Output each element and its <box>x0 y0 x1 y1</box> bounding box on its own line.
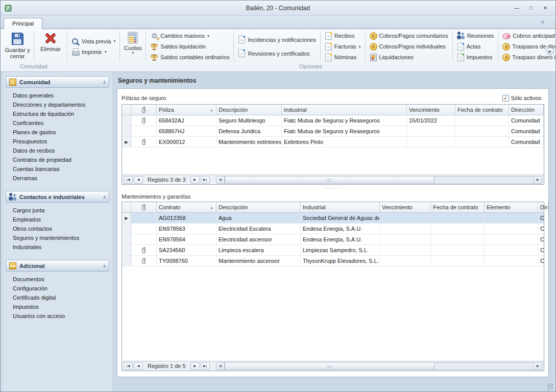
resize-grip[interactable] <box>547 383 553 389</box>
header-attachment[interactable] <box>131 105 157 115</box>
sidebar-item[interactable]: Datos de recibos <box>6 146 109 155</box>
sidebar-item[interactable]: Estructura de liquidación <box>6 109 109 118</box>
grid-splitter[interactable]: ····· <box>122 185 544 191</box>
payroll-button[interactable]: Nóminas <box>323 53 362 62</box>
mantenimientos-row[interactable]: ▶ TY0098760 Mantenimiento ascensor Thyss… <box>122 256 544 266</box>
last-record-button[interactable]: ▶| <box>201 176 210 184</box>
incidents-button[interactable]: Incidencias y notificaciones <box>236 35 317 44</box>
advance-collections-button[interactable]: Cobros anticipad <box>501 31 555 41</box>
solo-activos-checkbox[interactable]: ✓ Sólo activos <box>502 95 541 102</box>
prev-record-button[interactable]: ◀ <box>134 362 143 370</box>
scroll-right-icon[interactable]: ▶ <box>534 363 542 370</box>
header-industrial[interactable]: Industrial <box>282 105 407 115</box>
sidebar-section-comunidad[interactable]: Comunidad ∧ <box>6 76 109 88</box>
sidebar-item[interactable]: Impuestos <box>6 302 109 311</box>
sidebar-item[interactable]: Cargos junta <box>6 206 109 215</box>
horizontal-scrollbar[interactable]: ◀ ||| ▶ <box>216 176 542 184</box>
header-elemento[interactable]: Elemento <box>485 202 538 212</box>
print-button[interactable]: Imprimir ▾ <box>70 47 117 57</box>
sidebar-section-contactos[interactable]: Contactos e industriales ∧ <box>6 191 109 203</box>
sidebar-item[interactable]: Coeficientes <box>6 118 109 128</box>
header-industrial[interactable]: Industrial <box>301 202 380 212</box>
header-direccion[interactable]: Dirección <box>509 105 544 115</box>
mantenimientos-row[interactable]: ▶ EN978563 Electricidad Escalera Endesa … <box>122 224 544 234</box>
horizontal-scrollbar[interactable]: ◀ ||| ▶ <box>216 362 542 370</box>
sidebar-item[interactable]: Empleados <box>6 215 109 224</box>
header-vencimiento[interactable]: Vencimiento <box>380 202 431 212</box>
scroll-right-icon[interactable]: ▶ <box>534 177 542 183</box>
collapse-icon[interactable]: ∧ <box>103 80 106 85</box>
individual-payments-button[interactable]: Cobros/Pagos individuales <box>368 42 450 52</box>
sidebar-item[interactable]: Usuarios con acceso <box>6 311 109 321</box>
sidebar-item[interactable]: Cuentas bancarias <box>6 164 109 174</box>
massive-changes-icon <box>150 32 158 40</box>
sidebar-item[interactable]: Derramas <box>6 174 109 183</box>
scroll-left-icon[interactable]: ◀ <box>216 177 225 183</box>
header-selector[interactable] <box>122 105 131 115</box>
sidebar-item[interactable]: Certificado digital <box>6 293 109 302</box>
sidebar-item[interactable]: Presupuestos <box>6 137 109 146</box>
ordinary-balances-button[interactable]: Saldos contables ordinarios <box>149 53 231 62</box>
sidebar-item[interactable]: Configuración <box>6 284 109 293</box>
header-vencimiento[interactable]: Vencimiento <box>407 105 455 115</box>
polizas-row[interactable]: ▶ 658867HJ Defensa Juridica Fiatc Mutua … <box>122 126 544 137</box>
sidebar-item[interactable]: Seguros y mantenimientos <box>6 233 109 242</box>
minimize-button[interactable]: — <box>511 4 523 12</box>
sidebar-section-adicional[interactable]: Adicional ∧ <box>6 260 109 272</box>
first-record-button[interactable]: |◀ <box>124 362 133 370</box>
header-descripcion[interactable]: Descripción <box>216 202 301 212</box>
community-payments-button[interactable]: Cobros/Pagos comunitarios <box>368 31 450 41</box>
first-record-button[interactable]: |◀ <box>124 176 133 184</box>
minutes-button[interactable]: Actas <box>455 42 496 52</box>
ribbon-overflow-button[interactable]: ▶ <box>546 47 554 55</box>
preview-button[interactable]: Vista previa ▾ <box>70 36 117 46</box>
sidebar-item[interactable]: Direcciones y departamentos <box>6 100 109 109</box>
polizas-row[interactable]: ▶ 658432AJ Seguro Multiriesgo Fiatc Mutu… <box>122 115 544 126</box>
header-fecha-contrato[interactable]: Fecha de contrato <box>431 202 485 212</box>
scroll-track[interactable]: ||| <box>225 177 534 183</box>
scroll-thumb[interactable]: ||| <box>225 363 435 370</box>
header-selector[interactable] <box>122 202 131 212</box>
mantenimientos-row[interactable]: ▶ AG012358 Agua Sociedad General de Agua… <box>122 213 544 224</box>
revisions-button[interactable]: Revisiones y certificados <box>236 48 317 58</box>
settlement-balances-button[interactable]: Saldos liquidación <box>149 42 231 52</box>
delete-button[interactable]: Eliminar <box>36 30 65 63</box>
scroll-left-icon[interactable]: ◀ <box>216 363 225 370</box>
massive-changes-button[interactable]: Cambios masivos ▾ <box>149 31 231 41</box>
sidebar-item[interactable]: Planes de gastos <box>6 128 109 137</box>
restore-button[interactable]: □ <box>525 4 537 12</box>
mantenimientos-row[interactable]: ▶ EN978564 Electricidad ascensor Endesa … <box>122 234 544 245</box>
cuotas-button[interactable]: Cuotas ▾ <box>122 30 144 63</box>
sidebar-item[interactable]: Datos generales <box>6 91 109 100</box>
tab-principal[interactable]: Principal <box>4 18 42 29</box>
scroll-track[interactable]: ||| <box>225 363 534 370</box>
ribbon-collapse-icon[interactable]: ∧ <box>541 19 544 24</box>
header-attachment[interactable] <box>131 202 157 212</box>
collapse-icon[interactable]: ∧ <box>103 194 106 200</box>
sidebar-item[interactable]: Otros contactos <box>6 224 109 233</box>
collapse-icon[interactable]: ∧ <box>103 263 106 268</box>
scroll-thumb[interactable]: ||| <box>225 177 435 183</box>
header-contrato[interactable]: Contrato▲ <box>157 202 216 212</box>
meetings-button[interactable]: Reuniones <box>455 31 496 41</box>
next-record-button[interactable]: ▶ <box>190 176 200 184</box>
cell-vencimiento <box>380 224 431 234</box>
settlements-button[interactable]: Liquidaciones <box>368 53 450 62</box>
sidebar-item[interactable]: Industriales <box>6 242 109 252</box>
sidebar-item[interactable]: Contratos de propiedad <box>6 155 109 164</box>
sidebar-item[interactable]: Documentos <box>6 275 109 284</box>
mantenimientos-row[interactable]: ▶ SA234560 Limpieza escalera Limpiezas S… <box>122 245 544 256</box>
close-button[interactable]: ✕ <box>539 4 551 12</box>
taxes-button[interactable]: Impuestos <box>455 53 496 62</box>
header-fecha-contrato[interactable]: Fecha de contrato <box>455 105 509 115</box>
next-record-button[interactable]: ▶ <box>190 362 200 370</box>
polizas-row[interactable]: ▶ EX000012 Mantenimiento extintores Exti… <box>122 137 544 148</box>
last-record-button[interactable]: ▶| <box>201 362 210 370</box>
save-close-button[interactable]: Guardar y cerrar <box>3 30 32 63</box>
invoices-button[interactable]: Facturas ▾ <box>323 42 362 52</box>
header-direccion[interactable]: Dirección <box>538 202 548 212</box>
receipts-button[interactable]: Recibos <box>323 31 362 41</box>
header-descripcion[interactable]: Descripción <box>216 105 282 115</box>
prev-record-button[interactable]: ◀ <box>134 176 143 184</box>
header-poliza[interactable]: Póliza▲ <box>157 105 216 115</box>
